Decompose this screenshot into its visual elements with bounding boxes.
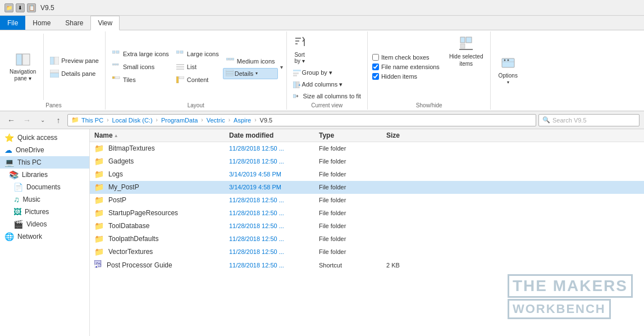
tiles-button[interactable]: Tiles [109,74,172,86]
svg-rect-8 [112,63,114,65]
breadcrumb-this-pc[interactable]: This PC [81,117,103,124]
sidebar-item-documents[interactable]: 📄 Documents [0,181,89,193]
file-name: ▲ Post Processor Guide [94,260,229,270]
col-name-header[interactable]: Name ▲ [94,131,229,139]
medium-icons-button[interactable]: Medium icons [223,55,278,67]
sidebar-item-onedrive[interactable]: ☁ OneDrive [0,144,89,156]
main-container: ⭐ Quick access ☁ OneDrive 💻 This PC 📚 Li… [0,129,644,336]
preview-pane-button[interactable]: Preview pane [47,55,102,67]
tab-home[interactable]: Home [25,16,58,30]
table-row[interactable]: 📁 My_PostP 3/14/2019 4:58 PM File folder [90,181,644,194]
music-icon: ♫ [13,195,20,204]
nav-back-button[interactable]: ← [4,113,18,127]
small-icons-label: Small icons [123,63,154,70]
nav-up-button[interactable]: ↑ [52,113,65,127]
item-checkboxes-label[interactable]: Item check boxes [371,53,441,61]
layout-content: Extra large icons Small icons Tiles [109,33,283,101]
table-row[interactable]: 📁 StartupPageResources 11/28/2018 12:50 … [90,207,644,220]
table-row[interactable]: 📁 Logs 3/14/2019 4:58 PM File folder [90,168,644,181]
file-date: 11/28/2018 12:50 ... [229,210,319,216]
file-list-header: Name ▲ Date modified Type Size [90,129,644,142]
file-name-text: ToolpathDefaults [108,235,158,243]
hidden-items-input[interactable] [372,73,379,80]
nav-pane-button[interactable]: Navigationpane ▾ [6,49,40,84]
col-type-header[interactable]: Type [319,131,386,139]
content-button[interactable]: Content [173,74,222,86]
extra-large-icons-button[interactable]: Extra large icons [109,48,172,60]
file-type: Shortcut [319,262,386,269]
breadcrumb-local-disk[interactable]: Local Disk (C:) [112,117,152,124]
sidebar-item-network[interactable]: 🌐 Network [0,230,89,243]
tab-share[interactable]: Share [58,16,90,30]
tab-file[interactable]: File [0,16,25,30]
hide-selected-button[interactable]: Hide selecteditems [445,33,487,70]
quick-access-icon-2[interactable]: ⬇ [16,3,25,12]
sidebar-item-libraries[interactable]: 📚 Libraries [0,169,89,181]
small-icons-button[interactable]: Small icons [109,61,172,73]
quick-access-sidebar-icon: ⭐ [4,133,14,142]
search-bar[interactable]: 🔍 Search V9.5 [538,114,640,126]
file-type: File folder [319,235,386,242]
group-by-button[interactable]: Group by ▾ [290,67,335,78]
panes-label: Panes [45,101,61,108]
file-rows-container: 📁 BitmapTextures 11/28/2018 12:50 ... Fi… [90,142,644,272]
network-icon: 🌐 [4,232,14,241]
ribbon: File Home Share View Navigationpane ▾ [0,16,644,111]
sidebar-item-videos[interactable]: 🎬 Videos [0,218,89,230]
col-date-header[interactable]: Date modified [229,131,319,139]
sidebar-item-pictures[interactable]: 🖼 Pictures [0,206,89,218]
col-size-header[interactable]: Size [386,131,431,139]
ribbon-tabs: File Home Share View [0,16,644,30]
quick-access-icon-1[interactable]: 📁 [4,3,13,12]
hidden-items-label[interactable]: Hidden items [371,72,441,80]
file-type: File folder [319,145,386,152]
svg-rect-1 [22,54,30,65]
layout-scroll-icon[interactable]: ▾ [280,64,283,70]
sidebar-item-this-pc[interactable]: 💻 This PC [0,156,89,169]
table-row[interactable]: 📁 BitmapTextures 11/28/2018 12:50 ... Fi… [90,142,644,155]
svg-rect-21 [229,58,231,60]
address-bar[interactable]: 📁 This PC › Local Disk (C:) › ProgramDat… [67,114,536,126]
large-icons-button[interactable]: Large icons [173,48,222,60]
breadcrumb-programdata[interactable]: ProgramData [161,117,198,124]
sort-by-icon [293,35,307,51]
sidebar-item-music[interactable]: ♫ Music [0,193,89,206]
breadcrumb-aspire[interactable]: Aspire [234,117,251,124]
options-content: Options ▾ [494,33,521,107]
svg-rect-22 [232,58,234,60]
list-button[interactable]: List [173,61,222,73]
nav-recent-button[interactable]: ⌄ [36,113,49,127]
add-columns-button[interactable]: + Add columns ▾ [290,79,346,90]
sidebar-item-quick-access[interactable]: ⭐ Quick access [0,131,89,144]
ribbon-group-layout: Extra large icons Small icons Tiles [106,31,287,110]
table-row[interactable]: 📁 PostP 11/28/2018 12:50 ... File folder [90,194,644,207]
file-name-text: ToolDatabase [108,222,149,230]
details-button[interactable]: Details ▾ [223,68,278,79]
options-button[interactable]: Options ▾ [494,53,521,87]
svg-rect-40 [460,44,465,48]
file-name-extensions-label[interactable]: File name extensions [371,63,441,71]
sort-by-button[interactable]: Sortby ▾ [290,33,309,66]
sort-by-label: Sortby ▾ [294,52,304,64]
file-name: 📁 Gadgets [94,157,229,166]
libraries-icon: 📚 [9,170,19,179]
size-all-columns-button[interactable]: Size all columns to fit [290,91,364,101]
tab-view[interactable]: View [90,16,120,30]
group-by-icon [293,70,301,76]
svg-rect-13 [176,51,179,53]
file-name-extensions-input[interactable] [372,63,379,70]
nav-forward-button[interactable]: → [20,113,34,127]
table-row[interactable]: 📁 ToolDatabase 11/28/2018 12:50 ... File… [90,220,644,233]
item-checkboxes-input[interactable] [372,54,379,61]
file-list: Name ▲ Date modified Type Size 📁 BitmapT… [90,129,644,336]
breadcrumb-vectric[interactable]: Vectric [207,117,225,124]
table-row[interactable]: ▲ Post Processor Guide 11/28/2018 12:50 … [90,258,644,272]
sidebar-item-pictures-label: Pictures [25,208,49,216]
quick-access-icon-3[interactable]: 📋 [27,3,36,12]
details-pane-button[interactable]: Details pane [47,67,102,80]
sidebar-item-libraries-label: Libraries [22,171,48,179]
table-row[interactable]: 📁 Gadgets 11/28/2018 12:50 ... File fold… [90,155,644,168]
table-row[interactable]: 📁 VectorTextures 11/28/2018 12:50 ... Fi… [90,246,644,258]
table-row[interactable]: 📁 ToolpathDefaults 11/28/2018 12:50 ... … [90,233,644,246]
tiles-label: Tiles [123,76,136,83]
